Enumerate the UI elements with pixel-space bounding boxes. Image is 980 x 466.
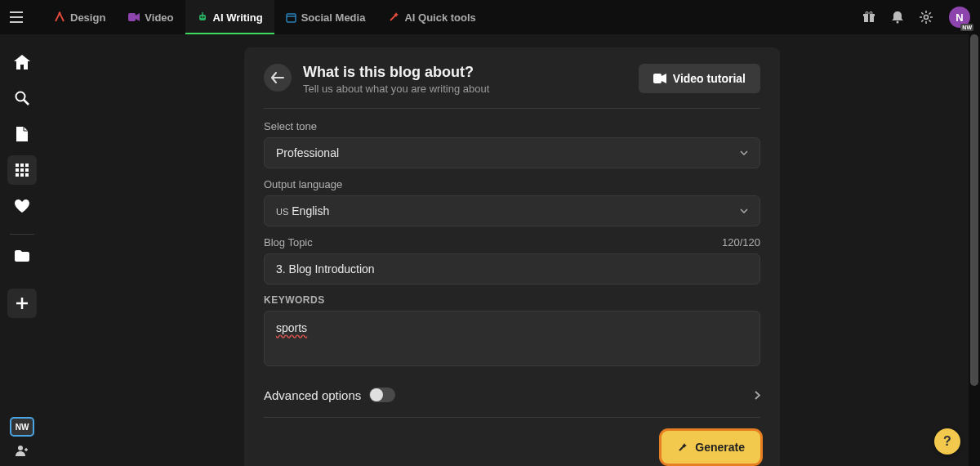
tab-ai-writing[interactable]: AI Writing [185,0,274,34]
language-select[interactable]: USEnglish [264,195,760,226]
sidebar: NW [0,34,44,466]
svg-rect-2 [199,15,206,20]
tab-video[interactable]: Video [117,0,185,34]
svg-rect-18 [20,164,24,167]
svg-rect-22 [25,168,29,172]
svg-point-12 [870,12,872,15]
sidebar-avatar-label: NW [16,423,29,432]
flag-icon: US [276,207,288,217]
svg-rect-21 [20,168,24,172]
top-tabs: Design Video AI Writing Social Media AI … [42,0,488,34]
sidebar-avatar-small[interactable]: NW [10,417,34,437]
sidebar-grid-icon[interactable] [7,155,37,185]
tab-design[interactable]: Design [42,0,117,34]
svg-point-4 [203,16,204,18]
chevron-down-icon [740,150,748,155]
svg-point-15 [16,92,25,101]
video-icon [653,74,666,83]
keywords-label: KEYWORDS [264,294,760,306]
svg-rect-20 [16,168,19,172]
svg-point-11 [866,12,868,15]
sidebar-search-icon[interactable] [7,83,37,113]
panel-subtitle: Tell us about what you are writing about [303,83,627,95]
avatar[interactable]: N NW [949,7,970,28]
avatar-badge: NW [960,24,973,31]
sidebar-heart-icon[interactable] [7,191,37,221]
chevron-down-icon [740,208,748,213]
svg-point-0 [59,12,61,15]
form-panel: What is this blog about? Tell us about w… [244,47,780,466]
tab-label: AI Writing [213,11,263,24]
topic-char-count: 120/120 [722,236,760,249]
main: What is this blog about? Tell us about w… [44,34,980,466]
tab-ai-quick-tools[interactable]: AI Quick tools [376,0,487,34]
tone-select[interactable]: Professional [264,137,760,168]
back-button[interactable] [264,64,292,92]
bell-icon[interactable] [892,11,903,24]
lang-value: USEnglish [276,204,329,217]
svg-rect-1 [128,13,136,21]
advanced-options-label: Advanced options [264,388,361,402]
topbar-right: N NW [862,7,970,28]
keywords-textarea[interactable]: sports [264,311,760,366]
svg-rect-25 [25,173,29,177]
tone-label: Select tone [264,120,760,132]
svg-rect-10 [868,14,870,22]
generate-label: Generate [695,441,745,454]
generate-row: Generate [264,431,760,464]
help-label: ? [943,434,951,449]
svg-point-13 [897,21,899,24]
advanced-options-row: Advanced options [264,379,760,418]
sidebar-add-icon[interactable] [7,289,37,318]
tab-label: Video [145,11,173,24]
video-tutorial-label: Video tutorial [673,72,746,85]
video-tutorial-button[interactable]: Video tutorial [639,64,760,93]
scrollbar-thumb[interactable] [970,34,978,386]
svg-rect-17 [16,164,19,167]
tab-label: Social Media [301,11,366,24]
tab-label: Design [70,11,105,24]
sidebar-home-icon[interactable] [7,47,37,77]
sidebar-user-add-icon[interactable] [16,445,29,456]
keywords-value: sports [276,321,307,334]
advanced-toggle[interactable] [369,388,395,402]
topic-input[interactable]: 3. Blog Introduction [264,253,760,285]
tone-value: Professional [276,146,339,159]
avatar-initial: N [956,11,963,24]
tab-social-media[interactable]: Social Media [274,0,377,34]
wand-icon [388,11,399,23]
sidebar-file-icon[interactable] [7,119,37,149]
topic-value: 3. Blog Introduction [276,262,375,276]
svg-point-26 [18,446,23,450]
sidebar-folder-icon[interactable] [7,241,37,271]
gear-icon[interactable] [920,11,933,24]
tab-label: AI Quick tools [404,11,475,24]
panel-titles: What is this blog about? Tell us about w… [303,64,627,95]
ai-writing-icon [197,11,208,23]
design-icon [54,11,65,23]
svg-rect-6 [287,14,296,22]
svg-rect-19 [25,164,29,167]
hamburger-menu-icon[interactable] [10,11,23,23]
chevron-right-icon[interactable] [755,391,760,400]
topic-label: Blog Topic [264,236,313,249]
video-icon [128,12,140,22]
generate-button[interactable]: Generate [662,431,760,464]
sidebar-divider [10,234,34,235]
panel-title: What is this blog about? [303,64,627,81]
lang-text: English [292,204,329,217]
toggle-knob [370,388,383,401]
svg-rect-27 [653,74,662,83]
topic-label-row: Blog Topic 120/120 [264,236,760,249]
lang-label: Output language [264,178,760,190]
calendar-icon [286,12,296,23]
svg-point-14 [924,16,929,20]
topbar: Design Video AI Writing Social Media AI … [0,0,980,34]
svg-rect-24 [20,173,24,177]
svg-point-3 [200,16,202,18]
gift-icon[interactable] [862,11,875,24]
help-fab[interactable]: ? [934,428,960,455]
scrollbar-track[interactable] [969,34,980,466]
svg-line-16 [24,100,29,105]
wand-icon [677,441,688,453]
